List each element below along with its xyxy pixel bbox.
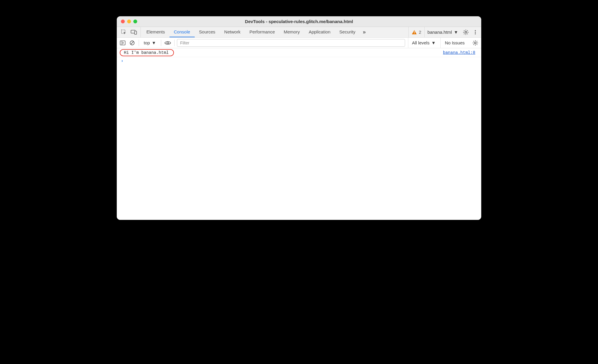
- inspect-element-icon[interactable]: [120, 28, 128, 36]
- window-controls: [117, 20, 137, 23]
- svg-line-29: [474, 44, 474, 45]
- panel-tabs-row: Elements Console Sources Network Perform…: [117, 27, 481, 38]
- tab-label: Elements: [146, 29, 165, 34]
- svg-line-13: [467, 30, 468, 31]
- tab-elements[interactable]: Elements: [142, 27, 170, 37]
- tab-label: Performance: [250, 29, 275, 34]
- svg-line-10: [464, 30, 465, 31]
- warnings-indicator[interactable]: 2: [408, 27, 424, 37]
- issues-indicator[interactable]: No Issues: [440, 38, 469, 48]
- svg-rect-2: [135, 31, 137, 34]
- settings-gear-icon[interactable]: [461, 27, 471, 37]
- tab-label: Security: [339, 29, 355, 34]
- svg-line-28: [477, 44, 477, 45]
- svg-point-5: [465, 31, 467, 33]
- tab-label: Application: [309, 29, 330, 34]
- tab-label: Network: [224, 29, 241, 34]
- warnings-count: 2: [419, 30, 421, 35]
- tab-console[interactable]: Console: [170, 27, 195, 37]
- separator: [139, 40, 139, 46]
- svg-point-21: [167, 42, 169, 44]
- svg-line-20: [131, 41, 134, 44]
- minimize-window-button[interactable]: [127, 20, 131, 23]
- svg-line-12: [464, 33, 465, 34]
- svg-point-16: [475, 33, 476, 34]
- svg-rect-3: [414, 31, 415, 33]
- context-picker[interactable]: top ▼: [141, 40, 159, 45]
- inspect-tools: [118, 27, 141, 37]
- target-label: banana.html: [428, 30, 452, 35]
- separator: [174, 40, 175, 46]
- devtools-window: DevTools - speculative-rules.glitch.me/b…: [117, 16, 481, 220]
- console-prompt[interactable]: ›: [117, 57, 481, 65]
- tab-application[interactable]: Application: [304, 27, 335, 37]
- separator: [161, 40, 161, 46]
- console-log-row: Hi I'm banana.html banana.html:8: [117, 48, 481, 57]
- console-output: Hi I'm banana.html banana.html:8 ›: [117, 48, 481, 220]
- chevron-down-icon: ▼: [152, 40, 156, 45]
- titlebar: DevTools - speculative-rules.glitch.me/b…: [117, 16, 481, 27]
- svg-point-22: [474, 42, 476, 44]
- svg-rect-4: [414, 33, 415, 34]
- tab-network[interactable]: Network: [220, 27, 245, 37]
- tab-security[interactable]: Security: [335, 27, 360, 37]
- tab-memory[interactable]: Memory: [279, 27, 304, 37]
- spacer: [369, 27, 408, 37]
- zoom-window-button[interactable]: [133, 20, 137, 23]
- log-source-link[interactable]: banana.html:8: [443, 50, 475, 55]
- tabs-overflow-button[interactable]: »: [360, 27, 369, 37]
- close-window-button[interactable]: [121, 20, 125, 23]
- tab-label: Memory: [284, 29, 300, 34]
- target-picker[interactable]: banana.html ▼: [424, 27, 461, 37]
- clear-console-icon[interactable]: [128, 39, 136, 47]
- chevron-right-double-icon: »: [363, 29, 366, 35]
- warning-triangle-icon: [412, 30, 417, 35]
- window-title: DevTools - speculative-rules.glitch.me/b…: [117, 19, 481, 24]
- filter-input[interactable]: [177, 39, 405, 47]
- issues-label: No Issues: [445, 40, 465, 45]
- svg-line-11: [467, 33, 468, 34]
- tab-label: Sources: [199, 29, 215, 34]
- log-levels-picker[interactable]: All levels ▼: [408, 38, 439, 48]
- live-expression-eye-icon[interactable]: [164, 39, 172, 47]
- log-message: Hi I'm banana.html: [120, 49, 174, 56]
- context-label: top: [144, 40, 150, 45]
- svg-line-27: [474, 41, 474, 41]
- svg-point-14: [475, 30, 476, 31]
- toggle-sidebar-icon[interactable]: [119, 39, 127, 47]
- tab-sources[interactable]: Sources: [195, 27, 220, 37]
- levels-label: All levels: [412, 40, 429, 45]
- chevron-down-icon: ▼: [431, 40, 436, 45]
- more-menu-icon[interactable]: [471, 27, 480, 37]
- chevron-down-icon: ▼: [454, 30, 458, 35]
- console-toolbar: top ▼ All levels ▼ No Issues: [117, 38, 481, 48]
- tab-performance[interactable]: Performance: [245, 27, 279, 37]
- tab-label: Console: [174, 29, 190, 34]
- device-toolbar-icon[interactable]: [130, 28, 138, 36]
- svg-line-30: [477, 41, 477, 41]
- prompt-caret-icon: ›: [121, 59, 123, 63]
- svg-point-15: [475, 32, 476, 33]
- console-settings-gear-icon[interactable]: [471, 39, 479, 47]
- log-message-wrap: Hi I'm banana.html: [120, 49, 174, 56]
